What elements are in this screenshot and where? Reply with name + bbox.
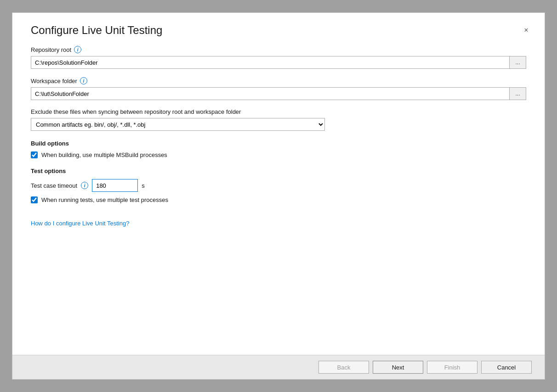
dialog-content: Repository root i ... Workspace folder i… xyxy=(12,41,545,355)
repository-root-input[interactable] xyxy=(31,56,510,69)
timeout-unit: s xyxy=(142,182,145,189)
workspace-folder-browse-button[interactable]: ... xyxy=(510,87,526,100)
exclude-dropdown[interactable]: Common artifacts eg. bin/, obj/, *.dll, … xyxy=(31,118,325,131)
test-processes-checkbox-row: When running tests, use multiple test pr… xyxy=(31,196,526,203)
repository-root-group: Repository root i ... xyxy=(31,46,526,69)
repository-root-info-icon[interactable]: i xyxy=(74,46,81,53)
configure-dialog: Configure Live Unit Testing × Repository… xyxy=(12,12,545,380)
workspace-folder-input[interactable] xyxy=(31,87,510,100)
dialog-header: Configure Live Unit Testing × xyxy=(12,13,545,41)
help-link[interactable]: How do I configure Live Unit Testing? xyxy=(31,220,129,227)
timeout-label: Test case timeout xyxy=(31,182,77,189)
repository-root-label-text: Repository root xyxy=(31,46,71,53)
back-button[interactable]: Back xyxy=(318,361,369,374)
repository-root-input-row: ... xyxy=(31,56,526,69)
build-options-title: Build options xyxy=(31,140,526,147)
exclude-dropdown-row: Common artifacts eg. bin/, obj/, *.dll, … xyxy=(31,118,526,131)
timeout-info-icon[interactable]: i xyxy=(81,182,88,189)
finish-button[interactable]: Finish xyxy=(427,361,477,374)
dialog-title: Configure Live Unit Testing xyxy=(31,24,162,37)
workspace-folder-label-text: Workspace folder xyxy=(31,78,77,84)
workspace-folder-info-icon[interactable]: i xyxy=(80,77,87,84)
msbuild-checkbox-label[interactable]: When building, use multiple MSBuild proc… xyxy=(41,151,167,158)
close-button[interactable]: × xyxy=(521,25,532,36)
msbuild-checkbox[interactable] xyxy=(31,151,38,158)
next-button[interactable]: Next xyxy=(373,361,423,374)
test-options-title: Test options xyxy=(31,168,526,174)
test-processes-checkbox-label[interactable]: When running tests, use multiple test pr… xyxy=(41,196,168,203)
cancel-button[interactable]: Cancel xyxy=(481,361,532,374)
exclude-label: Exclude these files when syncing between… xyxy=(31,108,526,115)
workspace-folder-group: Workspace folder i ... xyxy=(31,77,526,100)
repository-root-browse-button[interactable]: ... xyxy=(510,56,526,69)
repository-root-label: Repository root i xyxy=(31,46,526,53)
workspace-folder-input-row: ... xyxy=(31,87,526,100)
test-processes-checkbox[interactable] xyxy=(31,196,38,203)
timeout-input[interactable] xyxy=(92,179,138,192)
exclude-files-group: Exclude these files when syncing between… xyxy=(31,108,526,131)
msbuild-checkbox-row: When building, use multiple MSBuild proc… xyxy=(31,151,526,158)
timeout-row: Test case timeout i s xyxy=(31,179,526,192)
dialog-footer: Back Next Finish Cancel xyxy=(12,355,545,379)
workspace-folder-label: Workspace folder i xyxy=(31,77,526,84)
